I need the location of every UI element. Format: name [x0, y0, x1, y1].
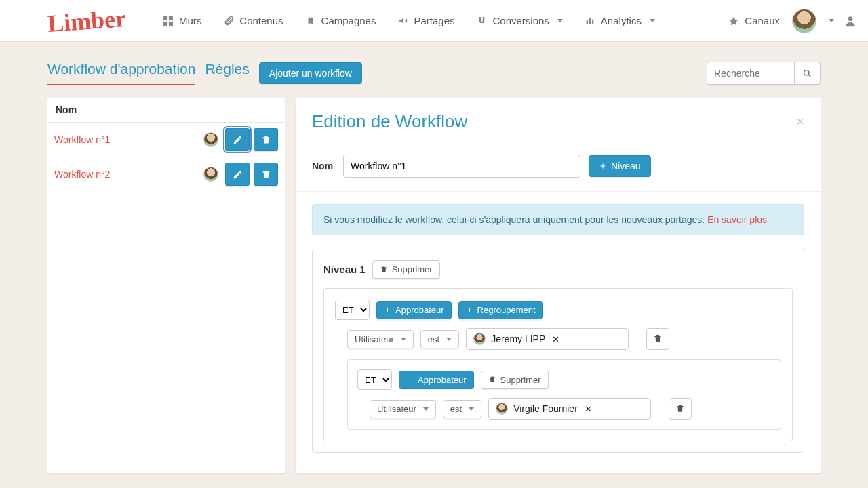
- search-input[interactable]: [707, 62, 795, 85]
- nav-label: Partages: [414, 15, 454, 26]
- nav-label: Contenus: [239, 15, 283, 26]
- workflow-name-link[interactable]: Workflow n°2: [54, 169, 203, 180]
- logic-select[interactable]: ET: [335, 300, 370, 320]
- add-workflow-button[interactable]: Ajouter un workflow: [259, 62, 362, 84]
- nav-label: Campagnes: [321, 15, 376, 26]
- trash-icon: [653, 334, 663, 344]
- nav-contenus[interactable]: Contenus: [214, 9, 292, 32]
- close-icon: ×: [796, 114, 804, 129]
- filter-attr-dropdown[interactable]: Utilisateur: [370, 400, 436, 418]
- user-chip-input[interactable]: Virgile Fournier ✕: [488, 398, 651, 420]
- plus-icon: [406, 376, 414, 384]
- workflow-list: Nom Workflow n°1 Workflow n°2: [47, 98, 285, 473]
- brand-logo[interactable]: Limber: [47, 4, 127, 38]
- nav-conversions[interactable]: Conversions: [467, 9, 572, 32]
- filter-attr-label: Utilisateur: [355, 334, 394, 344]
- svg-rect-1: [169, 16, 173, 20]
- list-item: Workflow n°1: [47, 123, 285, 157]
- filter-op-label: est: [450, 404, 462, 414]
- caret-down-icon: [469, 407, 474, 411]
- search-icon: [802, 68, 812, 79]
- info-alert: Si vous modifiez le workflow, celui-ci s…: [312, 204, 804, 235]
- logic-select[interactable]: ET: [357, 369, 392, 390]
- plus-icon: [599, 162, 607, 170]
- plus-icon: [384, 306, 391, 314]
- delete-condition-button[interactable]: [646, 328, 669, 350]
- rule-group: ET Approbateur Regroupemen: [323, 288, 793, 441]
- user-avatar[interactable]: [792, 9, 816, 33]
- level-title: Niveau 1: [323, 264, 366, 275]
- delete-button[interactable]: [254, 128, 278, 151]
- user-avatar-icon: [496, 403, 508, 415]
- delete-level-label: Supprimer: [392, 264, 433, 274]
- trash-icon: [675, 404, 685, 413]
- nested-rule-group: ET Approbateur: [347, 359, 781, 430]
- user-name: Virgile Fournier: [513, 403, 578, 414]
- add-approver-button[interactable]: Approbateur: [399, 371, 474, 389]
- svg-rect-0: [163, 16, 167, 20]
- add-grouping-button[interactable]: Regroupement: [458, 301, 543, 319]
- paperclip-icon: [223, 16, 234, 26]
- add-approver-button[interactable]: Approbateur: [376, 301, 452, 319]
- pencil-icon: [233, 169, 243, 180]
- caret-down-icon: [650, 19, 655, 22]
- caret-down-icon[interactable]: [829, 19, 834, 22]
- trash-icon: [488, 375, 496, 384]
- bookmark-icon: [305, 16, 316, 26]
- delete-button[interactable]: [254, 163, 278, 186]
- delete-subgroup-label: Supprimer: [500, 375, 541, 385]
- nav-canaux[interactable]: Canaux: [719, 9, 783, 32]
- add-level-label: Niveau: [611, 161, 641, 171]
- workflow-name-link[interactable]: Workflow n°1: [54, 134, 203, 145]
- remove-chip-button[interactable]: ✕: [585, 404, 592, 414]
- edit-button[interactable]: [225, 128, 250, 151]
- svg-rect-2: [163, 21, 167, 25]
- trash-icon: [261, 169, 271, 180]
- user-avatar-icon: [473, 333, 486, 345]
- person-icon[interactable]: [844, 14, 857, 28]
- grid-icon: [163, 16, 174, 26]
- caret-down-icon: [446, 338, 452, 341]
- filter-attr-dropdown[interactable]: Utilisateur: [347, 330, 414, 348]
- workflow-name-input[interactable]: [343, 155, 580, 178]
- svg-rect-6: [592, 19, 593, 24]
- tab-rules[interactable]: Règles: [205, 61, 249, 85]
- filter-op-dropdown[interactable]: est: [443, 400, 481, 418]
- close-button[interactable]: ×: [796, 114, 804, 129]
- list-item: Workflow n°2: [47, 157, 285, 191]
- user-name: Jeremy LIPP: [491, 333, 545, 344]
- filter-attr-label: Utilisateur: [377, 404, 416, 414]
- plus-icon: [466, 306, 473, 314]
- nav-label: Murs: [179, 15, 201, 26]
- trash-icon: [261, 135, 271, 145]
- editor-panel: Edition de Workflow × Nom Niveau Si vous: [296, 98, 821, 473]
- alert-text: Si vous modifiez le workflow, celui-ci s…: [323, 214, 705, 225]
- tab-workflow[interactable]: Workflow d'approbation: [47, 61, 195, 85]
- svg-point-8: [804, 70, 810, 75]
- nav-analytics[interactable]: Analytics: [575, 9, 665, 32]
- edit-button[interactable]: [225, 163, 250, 186]
- caret-down-icon: [401, 338, 406, 341]
- nav-murs[interactable]: Murs: [153, 9, 211, 32]
- filter-op-dropdown[interactable]: est: [420, 330, 459, 348]
- add-approver-label: Approbateur: [418, 375, 467, 385]
- level-block: Niveau 1 Supprimer ET: [312, 249, 804, 453]
- nav-partages[interactable]: Partages: [388, 9, 464, 32]
- caret-down-icon: [423, 407, 429, 411]
- delete-condition-button[interactable]: [669, 398, 692, 420]
- row-avatar: [203, 167, 218, 182]
- trash-icon: [380, 266, 388, 274]
- megaphone-icon: [397, 16, 408, 26]
- caret-down-icon: [557, 19, 563, 22]
- user-chip-input[interactable]: Jeremy LIPP ✕: [466, 328, 629, 350]
- delete-level-button[interactable]: Supprimer: [372, 260, 440, 279]
- bar-chart-icon: [585, 16, 595, 26]
- search-button[interactable]: [795, 62, 821, 85]
- nav-campagnes[interactable]: Campagnes: [296, 9, 386, 32]
- add-level-button[interactable]: Niveau: [589, 155, 651, 177]
- list-header-name: Nom: [47, 98, 285, 123]
- delete-subgroup-button[interactable]: Supprimer: [481, 371, 549, 389]
- remove-chip-button[interactable]: ✕: [552, 334, 559, 344]
- alert-link[interactable]: En savoir plus: [707, 214, 767, 225]
- add-grouping-label: Regroupement: [477, 305, 536, 315]
